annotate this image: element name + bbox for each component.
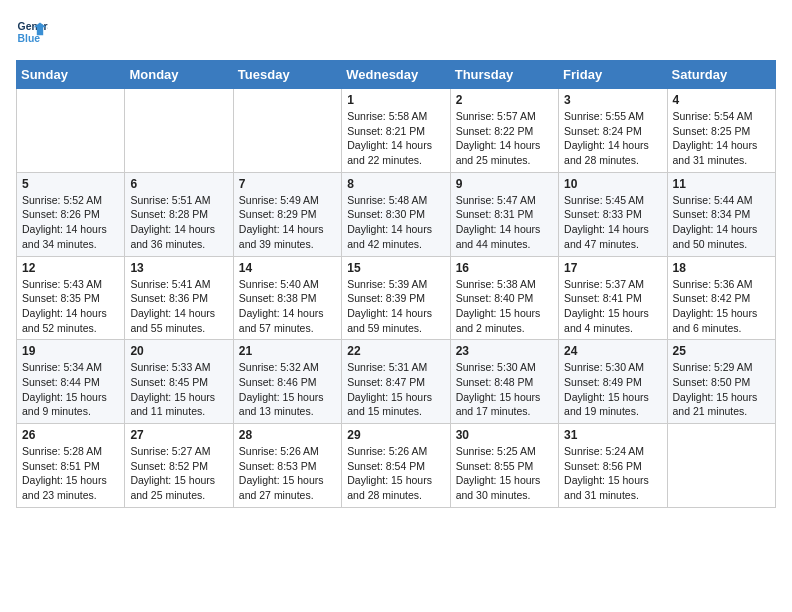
weekday-header: Tuesday [233, 61, 341, 89]
cell-info: Sunrise: 5:27 AMSunset: 8:52 PMDaylight:… [130, 445, 215, 501]
cell-info: Sunrise: 5:52 AMSunset: 8:26 PMDaylight:… [22, 194, 107, 250]
cell-info: Sunrise: 5:54 AMSunset: 8:25 PMDaylight:… [673, 110, 758, 166]
calendar-cell: 19Sunrise: 5:34 AMSunset: 8:44 PMDayligh… [17, 340, 125, 424]
day-number: 30 [456, 428, 553, 442]
day-number: 5 [22, 177, 119, 191]
calendar-cell: 30Sunrise: 5:25 AMSunset: 8:55 PMDayligh… [450, 424, 558, 508]
calendar-cell: 24Sunrise: 5:30 AMSunset: 8:49 PMDayligh… [559, 340, 667, 424]
day-number: 26 [22, 428, 119, 442]
weekday-header: Saturday [667, 61, 775, 89]
cell-info: Sunrise: 5:30 AMSunset: 8:49 PMDaylight:… [564, 361, 649, 417]
calendar-cell: 4Sunrise: 5:54 AMSunset: 8:25 PMDaylight… [667, 89, 775, 173]
day-number: 22 [347, 344, 444, 358]
calendar-cell: 1Sunrise: 5:58 AMSunset: 8:21 PMDaylight… [342, 89, 450, 173]
cell-info: Sunrise: 5:33 AMSunset: 8:45 PMDaylight:… [130, 361, 215, 417]
calendar-cell [667, 424, 775, 508]
calendar-cell: 28Sunrise: 5:26 AMSunset: 8:53 PMDayligh… [233, 424, 341, 508]
calendar-cell: 26Sunrise: 5:28 AMSunset: 8:51 PMDayligh… [17, 424, 125, 508]
calendar-cell: 25Sunrise: 5:29 AMSunset: 8:50 PMDayligh… [667, 340, 775, 424]
day-number: 15 [347, 261, 444, 275]
cell-info: Sunrise: 5:43 AMSunset: 8:35 PMDaylight:… [22, 278, 107, 334]
calendar-week-row: 1Sunrise: 5:58 AMSunset: 8:21 PMDaylight… [17, 89, 776, 173]
weekday-header: Thursday [450, 61, 558, 89]
cell-info: Sunrise: 5:58 AMSunset: 8:21 PMDaylight:… [347, 110, 432, 166]
calendar-cell: 18Sunrise: 5:36 AMSunset: 8:42 PMDayligh… [667, 256, 775, 340]
calendar-week-row: 12Sunrise: 5:43 AMSunset: 8:35 PMDayligh… [17, 256, 776, 340]
calendar-week-row: 26Sunrise: 5:28 AMSunset: 8:51 PMDayligh… [17, 424, 776, 508]
day-number: 12 [22, 261, 119, 275]
weekday-header: Wednesday [342, 61, 450, 89]
cell-info: Sunrise: 5:24 AMSunset: 8:56 PMDaylight:… [564, 445, 649, 501]
calendar-cell: 14Sunrise: 5:40 AMSunset: 8:38 PMDayligh… [233, 256, 341, 340]
calendar-cell: 21Sunrise: 5:32 AMSunset: 8:46 PMDayligh… [233, 340, 341, 424]
cell-info: Sunrise: 5:32 AMSunset: 8:46 PMDaylight:… [239, 361, 324, 417]
day-number: 10 [564, 177, 661, 191]
day-number: 17 [564, 261, 661, 275]
calendar-cell: 17Sunrise: 5:37 AMSunset: 8:41 PMDayligh… [559, 256, 667, 340]
cell-info: Sunrise: 5:39 AMSunset: 8:39 PMDaylight:… [347, 278, 432, 334]
day-number: 18 [673, 261, 770, 275]
calendar-table: SundayMondayTuesdayWednesdayThursdayFrid… [16, 60, 776, 508]
weekday-header-row: SundayMondayTuesdayWednesdayThursdayFrid… [17, 61, 776, 89]
cell-info: Sunrise: 5:34 AMSunset: 8:44 PMDaylight:… [22, 361, 107, 417]
cell-info: Sunrise: 5:48 AMSunset: 8:30 PMDaylight:… [347, 194, 432, 250]
day-number: 13 [130, 261, 227, 275]
calendar-cell: 10Sunrise: 5:45 AMSunset: 8:33 PMDayligh… [559, 172, 667, 256]
calendar-cell: 2Sunrise: 5:57 AMSunset: 8:22 PMDaylight… [450, 89, 558, 173]
cell-info: Sunrise: 5:55 AMSunset: 8:24 PMDaylight:… [564, 110, 649, 166]
calendar-cell [125, 89, 233, 173]
day-number: 27 [130, 428, 227, 442]
calendar-cell: 12Sunrise: 5:43 AMSunset: 8:35 PMDayligh… [17, 256, 125, 340]
calendar-week-row: 19Sunrise: 5:34 AMSunset: 8:44 PMDayligh… [17, 340, 776, 424]
cell-info: Sunrise: 5:37 AMSunset: 8:41 PMDaylight:… [564, 278, 649, 334]
logo: General Blue [16, 16, 48, 48]
day-number: 25 [673, 344, 770, 358]
calendar-cell: 5Sunrise: 5:52 AMSunset: 8:26 PMDaylight… [17, 172, 125, 256]
calendar-cell: 13Sunrise: 5:41 AMSunset: 8:36 PMDayligh… [125, 256, 233, 340]
cell-info: Sunrise: 5:40 AMSunset: 8:38 PMDaylight:… [239, 278, 324, 334]
day-number: 16 [456, 261, 553, 275]
calendar-cell: 20Sunrise: 5:33 AMSunset: 8:45 PMDayligh… [125, 340, 233, 424]
day-number: 6 [130, 177, 227, 191]
cell-info: Sunrise: 5:36 AMSunset: 8:42 PMDaylight:… [673, 278, 758, 334]
day-number: 19 [22, 344, 119, 358]
cell-info: Sunrise: 5:45 AMSunset: 8:33 PMDaylight:… [564, 194, 649, 250]
calendar-cell: 6Sunrise: 5:51 AMSunset: 8:28 PMDaylight… [125, 172, 233, 256]
day-number: 29 [347, 428, 444, 442]
calendar-cell: 11Sunrise: 5:44 AMSunset: 8:34 PMDayligh… [667, 172, 775, 256]
calendar-cell: 16Sunrise: 5:38 AMSunset: 8:40 PMDayligh… [450, 256, 558, 340]
calendar-cell [17, 89, 125, 173]
cell-info: Sunrise: 5:28 AMSunset: 8:51 PMDaylight:… [22, 445, 107, 501]
weekday-header: Sunday [17, 61, 125, 89]
day-number: 31 [564, 428, 661, 442]
day-number: 8 [347, 177, 444, 191]
day-number: 20 [130, 344, 227, 358]
cell-info: Sunrise: 5:47 AMSunset: 8:31 PMDaylight:… [456, 194, 541, 250]
day-number: 23 [456, 344, 553, 358]
day-number: 1 [347, 93, 444, 107]
day-number: 24 [564, 344, 661, 358]
cell-info: Sunrise: 5:31 AMSunset: 8:47 PMDaylight:… [347, 361, 432, 417]
day-number: 14 [239, 261, 336, 275]
calendar-cell: 29Sunrise: 5:26 AMSunset: 8:54 PMDayligh… [342, 424, 450, 508]
cell-info: Sunrise: 5:26 AMSunset: 8:54 PMDaylight:… [347, 445, 432, 501]
cell-info: Sunrise: 5:25 AMSunset: 8:55 PMDaylight:… [456, 445, 541, 501]
day-number: 11 [673, 177, 770, 191]
calendar-cell: 8Sunrise: 5:48 AMSunset: 8:30 PMDaylight… [342, 172, 450, 256]
cell-info: Sunrise: 5:38 AMSunset: 8:40 PMDaylight:… [456, 278, 541, 334]
day-number: 3 [564, 93, 661, 107]
cell-info: Sunrise: 5:57 AMSunset: 8:22 PMDaylight:… [456, 110, 541, 166]
day-number: 7 [239, 177, 336, 191]
calendar-cell: 31Sunrise: 5:24 AMSunset: 8:56 PMDayligh… [559, 424, 667, 508]
cell-info: Sunrise: 5:44 AMSunset: 8:34 PMDaylight:… [673, 194, 758, 250]
cell-info: Sunrise: 5:29 AMSunset: 8:50 PMDaylight:… [673, 361, 758, 417]
day-number: 9 [456, 177, 553, 191]
day-number: 28 [239, 428, 336, 442]
calendar-cell [233, 89, 341, 173]
calendar-cell: 22Sunrise: 5:31 AMSunset: 8:47 PMDayligh… [342, 340, 450, 424]
calendar-cell: 15Sunrise: 5:39 AMSunset: 8:39 PMDayligh… [342, 256, 450, 340]
day-number: 2 [456, 93, 553, 107]
logo-icon: General Blue [16, 16, 48, 48]
cell-info: Sunrise: 5:41 AMSunset: 8:36 PMDaylight:… [130, 278, 215, 334]
calendar-cell: 3Sunrise: 5:55 AMSunset: 8:24 PMDaylight… [559, 89, 667, 173]
